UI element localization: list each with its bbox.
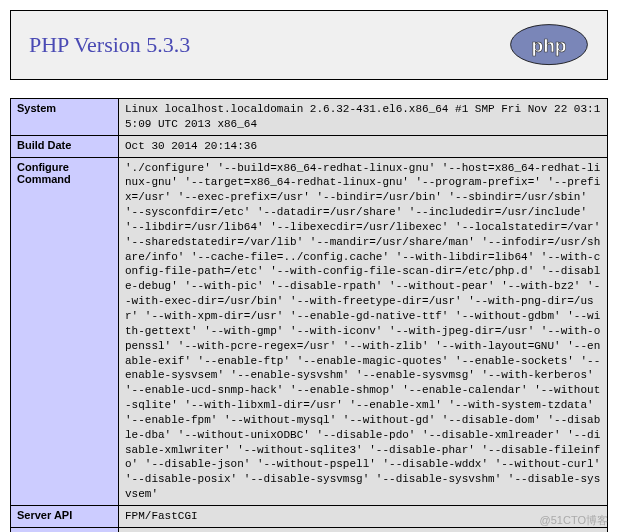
table-row: System Linux localhost.localdomain 2.6.3… [11,99,608,136]
row-label-configure: Configure Command [11,157,119,505]
phpinfo-table: System Linux localhost.localdomain 2.6.3… [10,98,608,532]
table-row: Build Date Oct 30 2014 20:14:36 [11,135,608,157]
watermark-text: @51CTO博客 [540,513,608,528]
row-label-build-date: Build Date [11,135,119,157]
table-row: Configure Command './configure' '--build… [11,157,608,505]
php-logo-icon: php [509,23,589,67]
row-value-system: Linux localhost.localdomain 2.6.32-431.e… [119,99,608,136]
row-label-virtual-dir: Virtual Directory Support [11,527,119,532]
page-title: PHP Version 5.3.3 [29,32,190,58]
table-row: Virtual Directory Support disabled [11,527,608,532]
row-label-system: System [11,99,119,136]
row-value-build-date: Oct 30 2014 20:14:36 [119,135,608,157]
table-row: Server API FPM/FastCGI [11,505,608,527]
row-value-server-api: FPM/FastCGI [119,505,608,527]
svg-text:php: php [531,35,566,56]
row-value-virtual-dir: disabled [119,527,608,532]
row-label-server-api: Server API [11,505,119,527]
phpinfo-header: PHP Version 5.3.3 php [10,10,608,80]
row-value-configure: './configure' '--build=x86_64-redhat-lin… [119,157,608,505]
